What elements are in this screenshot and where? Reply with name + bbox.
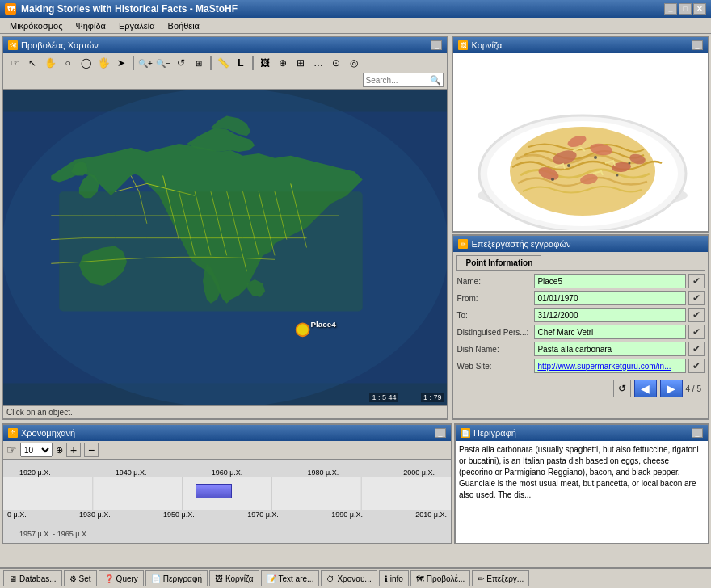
search-input[interactable] (365, 76, 430, 85)
search-box[interactable]: 🔍 (363, 73, 444, 87)
tab-point-information[interactable]: Point Information (456, 255, 541, 270)
menu-mikrokosmos[interactable]: Μικρόκοσμος (3, 19, 69, 32)
close-button[interactable]: ✕ (693, 3, 706, 15)
statusbar-item-set[interactable]: ⚙ Set (64, 570, 97, 586)
name-input[interactable] (534, 274, 686, 288)
menu-ergaleia[interactable]: Εργαλεία (112, 19, 162, 32)
zoom-out-button[interactable]: 🔍− (155, 55, 171, 71)
satellite-map: Place4 (3, 90, 447, 405)
name-check-button[interactable]: ✔ (688, 274, 705, 288)
statusbar-item-korniza[interactable]: 🖼 Κορνίζα (209, 570, 259, 586)
korniza-icon: 🖼 (458, 40, 468, 50)
dish-name-check-button[interactable]: ✔ (688, 342, 705, 356)
crosshair-button[interactable]: ⊕ (275, 55, 291, 71)
zoom-in-button[interactable]: 🔍+ (137, 55, 154, 71)
svg-rect-2 (59, 191, 363, 311)
description-close[interactable]: _ (692, 428, 703, 438)
timeline-zoom-select[interactable]: 10 20 50 (20, 443, 53, 457)
menu-voitheia[interactable]: Βοήθεια (162, 19, 206, 32)
prev-record-button[interactable]: ◀ (634, 380, 657, 397)
statusbar-item-info[interactable]: ℹ info (379, 570, 409, 586)
map-view[interactable]: Place4 1 : 5 44 1 : 79 (3, 90, 447, 405)
toolbar-separator-2 (210, 56, 212, 70)
dist-pers-input[interactable] (534, 325, 686, 339)
text-icon: 📝 (267, 574, 276, 583)
timeline-lower-tick-1990: 1990 μ.Χ. (331, 510, 363, 519)
web-site-input[interactable] (534, 359, 686, 373)
main-content: 🗺 Προβολέας Χαρτών _ ☞ ↖ ✋ ○ ◯ 🖐 ➤ 🔍+ 🔍−… (0, 34, 711, 588)
extra-btn-3[interactable]: ⊙ (328, 55, 344, 71)
label-button[interactable]: L (233, 55, 249, 71)
statusbar-perigrafi-label: Περιγραφή (163, 574, 202, 583)
provoleas-icon: 🗺 (416, 574, 424, 583)
image-button[interactable]: 🖼 (257, 55, 273, 71)
maximize-button[interactable]: □ (679, 3, 692, 15)
extra-btn-2[interactable]: … (310, 55, 326, 71)
refresh-button[interactable]: ↺ (173, 55, 189, 71)
dish-name-input[interactable] (534, 342, 686, 356)
editor-tabs: Point Information (456, 255, 705, 271)
statusbar-set-label: Set (79, 574, 91, 583)
pasta-image (460, 54, 702, 230)
dist-pers-check-button[interactable]: ✔ (688, 325, 705, 339)
editor-title: Επεξεργαστής εγγραφών (471, 239, 570, 249)
grid-button[interactable]: ⊞ (191, 55, 207, 71)
web-site-check-button[interactable]: ✔ (688, 359, 705, 373)
database-icon: 🖥 (9, 574, 17, 583)
editor-icon: ✏ (458, 239, 468, 249)
map-panel-close[interactable]: _ (431, 40, 442, 50)
timeline-pan-icon[interactable]: ☞ (6, 443, 17, 456)
map-status: 1 : 79 (421, 393, 444, 402)
from-input[interactable] (534, 291, 686, 305)
statusbar-text-label: Text are... (279, 574, 314, 583)
statusbar-item-text[interactable]: 📝 Text are... (261, 570, 320, 586)
editor-titlebar: ✏ Επεξεργαστής εγγραφών (453, 236, 708, 252)
from-check-button[interactable]: ✔ (688, 291, 705, 305)
set-icon: ⚙ (69, 574, 77, 583)
statusbar-item-perigrafi[interactable]: 📄 Περιγραφή (145, 570, 208, 586)
timeline-close[interactable]: _ (435, 428, 446, 438)
minimize-button[interactable]: _ (664, 3, 677, 15)
timeline-lower-tick-1930: 1930 μ.Χ. (79, 510, 111, 519)
korniza-content (453, 53, 708, 231)
web-site-label: Web Site: (456, 362, 532, 371)
statusbar-item-provoleas[interactable]: 🗺 Προβολέ... (410, 570, 470, 586)
map-click-text: Click on an object. (6, 408, 73, 417)
measure-button[interactable]: 📏 (215, 55, 231, 71)
timeline-bar-area[interactable] (3, 477, 451, 510)
menu-bar: Μικρόκοσμος Ψηφίδα Εργαλεία Βοήθεια (0, 18, 711, 34)
editor-refresh-button[interactable]: ↺ (613, 380, 631, 397)
timeline-content: ☞ 10 20 50 ⊕ + − 1920 μ.Χ. 1940 μ.Χ. (3, 441, 451, 543)
timeline-zoom-out-button[interactable]: − (84, 443, 99, 457)
description-titlebar: 📄 Περιγραφή _ (456, 425, 708, 441)
korniza-close[interactable]: _ (692, 40, 703, 50)
right-column: 🖼 Κορνίζα _ (452, 36, 709, 420)
circle-tool-button[interactable]: ○ (60, 55, 76, 71)
map-panel-icon: 🗺 (8, 40, 18, 50)
lasso-tool-button[interactable]: ◯ (78, 55, 94, 71)
form-grid: Name: ✔ From: ✔ To: ✔ (456, 271, 705, 376)
to-input[interactable] (534, 308, 686, 322)
pan-tool-button[interactable]: ☞ (6, 55, 23, 71)
info-icon: ℹ (385, 574, 388, 583)
korniza-titlebar: 🖼 Κορνίζα _ (453, 37, 708, 53)
to-check-button[interactable]: ✔ (688, 308, 705, 322)
select-tool-button[interactable]: ✋ (42, 55, 58, 71)
pointer-tool-button[interactable]: ↖ (24, 55, 40, 71)
arrow-tool-button[interactable]: ➤ (113, 55, 129, 71)
from-label: From: (456, 294, 532, 303)
statusbar-item-query[interactable]: ❓ Query (99, 570, 144, 586)
timeline-tick-2000: 2000 μ.Χ. (403, 468, 435, 477)
statusbar-item-database[interactable]: 🖥 Databas... (3, 570, 62, 586)
hand-tool-button[interactable]: 🖐 (95, 55, 111, 71)
search-icon: 🔍 (430, 75, 441, 86)
statusbar-item-epexerg[interactable]: ✏ Επεξεργ... (472, 570, 529, 586)
statusbar-item-chronou[interactable]: ⏱ Χρονου... (321, 570, 377, 586)
extra-btn-1[interactable]: ⊞ (292, 55, 309, 71)
app-icon: 🗺 (5, 3, 16, 15)
extra-btn-4[interactable]: ◎ (346, 55, 362, 71)
timeline-zoom-in-button[interactable]: + (66, 443, 81, 457)
timeline-tick-1940: 1940 μ.Χ. (116, 468, 147, 477)
next-record-button[interactable]: ▶ (660, 380, 683, 397)
menu-psifida[interactable]: Ψηφίδα (69, 19, 112, 32)
